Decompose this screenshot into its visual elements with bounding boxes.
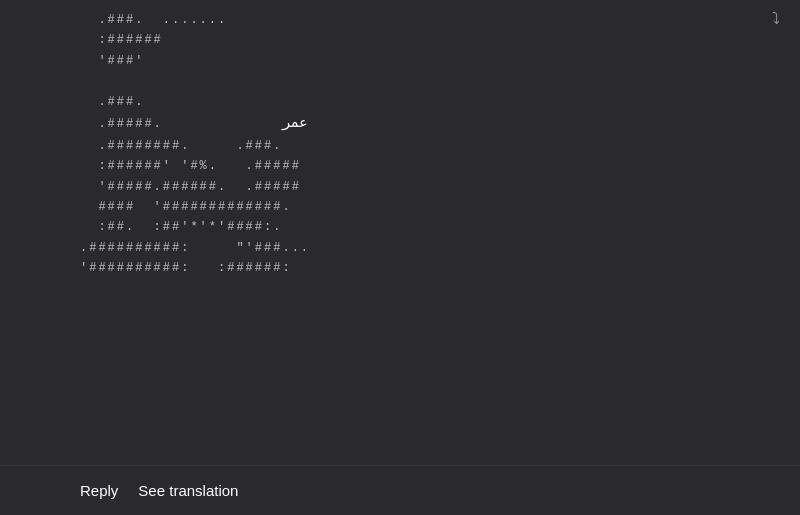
- bottom-action-bar: Reply See translation: [0, 465, 800, 515]
- text-line-4: [80, 71, 720, 91]
- text-line-6: .#####. عمر: [80, 112, 720, 136]
- text-line-10: #### '#############.: [80, 197, 720, 217]
- refresh-button[interactable]: ⤵: [772, 10, 780, 29]
- text-line-9: '#####.######. .#####: [80, 177, 720, 197]
- message-text: .###. ....... :###### '###' .###. .#####…: [0, 10, 800, 278]
- text-line-13: '##########: :######:: [80, 258, 720, 278]
- text-line-5: .###.: [80, 92, 720, 112]
- refresh-icon[interactable]: ⤵: [772, 11, 780, 29]
- see-translation-button[interactable]: See translation: [138, 478, 238, 503]
- reply-button[interactable]: Reply: [80, 478, 118, 503]
- text-line-8: :######' '#%. .#####: [80, 156, 720, 176]
- text-line-1: .###. .......: [80, 10, 720, 30]
- content-area: ⤵ .###. ....... :###### '###' .###. .###…: [0, 0, 800, 515]
- text-line-3: '###': [80, 51, 720, 71]
- text-line-12: .##########: "'###...: [80, 238, 720, 258]
- text-line-7: .########. .###.: [80, 136, 720, 156]
- text-line-2: :######: [80, 30, 720, 50]
- text-line-11: :##. :##'*'*'####:.: [80, 217, 720, 237]
